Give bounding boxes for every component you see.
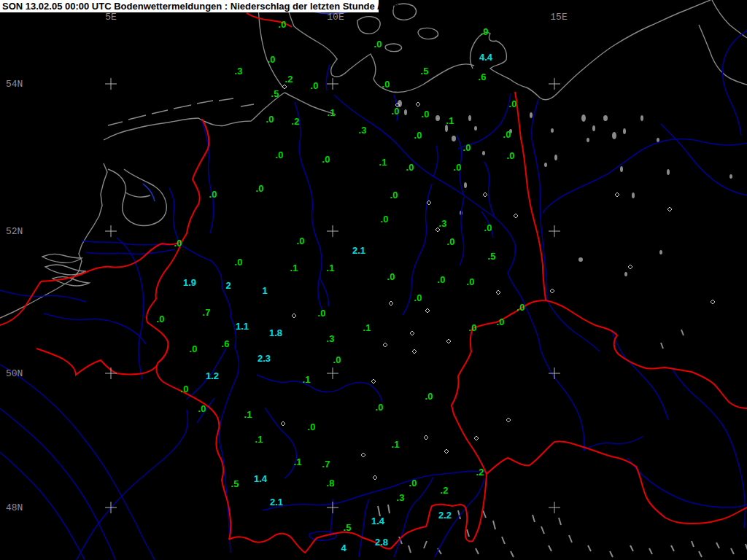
station-value: .0	[406, 162, 414, 173]
grid-cross-icon	[327, 368, 338, 379]
station-value: .0	[235, 257, 243, 268]
station-value: .1	[446, 115, 454, 126]
station-value: .2	[292, 116, 300, 127]
station-value: .2	[441, 485, 449, 496]
grid-cross-icon	[327, 225, 338, 237]
station-value: 1.1	[236, 321, 249, 332]
station-value: .0	[157, 314, 165, 324]
station-values-layer: .0.9.04.4.0.3.5.6.2.0.0.5.0.0.1.0.0.2.1.…	[157, 19, 525, 553]
station-marker-icon	[667, 207, 672, 211]
grid-cross-icon	[549, 368, 560, 379]
latitude-label: 54N	[6, 79, 23, 90]
station-value: .3	[359, 125, 367, 136]
station-marker-icon	[412, 349, 417, 354]
station-value: .0	[374, 39, 382, 50]
station-marker-icon	[371, 379, 376, 384]
station-marker-icon	[424, 435, 428, 440]
longitude-label: 5E	[105, 12, 117, 23]
station-value: .6	[222, 338, 230, 349]
station-value: .1	[255, 434, 263, 445]
station-value: .0	[181, 384, 189, 394]
station-value: .1	[294, 456, 302, 467]
station-value: .0	[256, 183, 264, 194]
grid-cross-icon	[549, 502, 560, 513]
station-value: .0	[414, 292, 422, 303]
station-value: .0	[279, 19, 287, 30]
station-marker-icon	[292, 314, 296, 318]
station-value: .0	[276, 149, 284, 160]
station-marker-icon	[444, 449, 449, 454]
station-value: .0	[333, 354, 341, 365]
grid-cross-icon	[105, 78, 117, 90]
station-value: .0	[209, 189, 217, 200]
station-marker-icon	[514, 214, 518, 218]
station-value: .0	[198, 403, 206, 414]
station-value: .7	[322, 459, 330, 470]
station-value: .0	[414, 130, 422, 141]
station-value: 4.4	[479, 52, 493, 63]
station-value: .1	[327, 262, 335, 273]
station-value: .0	[311, 80, 319, 91]
station-value: 2.1	[352, 245, 365, 256]
station-marker-icon	[615, 192, 619, 197]
station-value: .0	[503, 129, 511, 140]
station-value: .0	[387, 271, 395, 282]
station-value: 1.2	[206, 370, 219, 381]
station-value: .1	[392, 439, 400, 450]
lakes-layer	[378, 100, 747, 557]
station-value: .0	[381, 214, 389, 225]
grid-cross-icon	[105, 368, 117, 379]
station-value: .1	[328, 107, 336, 118]
station-value: .0	[318, 308, 326, 319]
weather-map-screen: 5E10E15E54N52N50N48N .0.9.04.4.0.3.5.6.2…	[0, 0, 747, 560]
station-value: .5	[488, 251, 496, 262]
station-value: .0	[497, 316, 505, 327]
station-value: .6	[479, 71, 487, 82]
station-value: .5	[231, 478, 239, 489]
title-text: SON 13.02.05 00:00 UTC Bodenwettermeldun…	[2, 1, 400, 12]
station-marker-icon	[711, 300, 715, 304]
station-value: .0	[297, 236, 305, 246]
station-value: .0	[454, 162, 462, 173]
station-value: 1.9	[183, 277, 196, 288]
station-value: .0	[266, 114, 274, 125]
grid-cross-icon	[549, 225, 560, 237]
station-value: 4	[341, 542, 347, 553]
station-value: .0	[422, 109, 430, 120]
station-value: 2	[225, 280, 231, 291]
station-marker-icon	[446, 339, 451, 343]
station-value: .0	[322, 154, 330, 165]
station-value: .0	[438, 274, 446, 285]
station-value: 1	[262, 285, 267, 296]
station-marker-icon	[361, 453, 365, 457]
station-marker-icon	[425, 308, 430, 313]
station-value: .0	[484, 222, 492, 233]
station-value: .3	[235, 66, 243, 77]
station-value: .8	[327, 478, 335, 489]
station-value: 1.8	[269, 327, 282, 338]
station-value: .1	[290, 262, 298, 273]
station-value: .1	[244, 409, 252, 420]
station-marker-icon	[483, 192, 487, 197]
station-value: .0	[392, 106, 400, 117]
station-value: .0	[467, 276, 475, 287]
station-value: .1	[379, 157, 387, 168]
station-marker-icon	[410, 331, 414, 335]
station-value: .0	[463, 142, 471, 153]
station-value: .0	[268, 54, 276, 65]
station-value: .0	[517, 302, 525, 313]
station-value: 2.8	[375, 537, 388, 548]
station-value: .0	[308, 421, 316, 432]
station-value: .2	[476, 467, 484, 478]
station-value: 1.4	[254, 473, 268, 484]
station-value: .0	[382, 79, 390, 90]
station-value: .9	[481, 26, 489, 37]
station-marker-icon	[628, 265, 632, 269]
station-marker-icon	[506, 418, 511, 422]
station-value: .5	[421, 66, 429, 77]
longitude-label: 10E	[327, 12, 344, 23]
station-value: .0	[447, 236, 455, 247]
title-bar: SON 13.02.05 00:00 UTC Bodenwettermeldun…	[0, 0, 379, 12]
station-value: .3	[327, 333, 335, 344]
station-marker-icon	[389, 301, 393, 306]
